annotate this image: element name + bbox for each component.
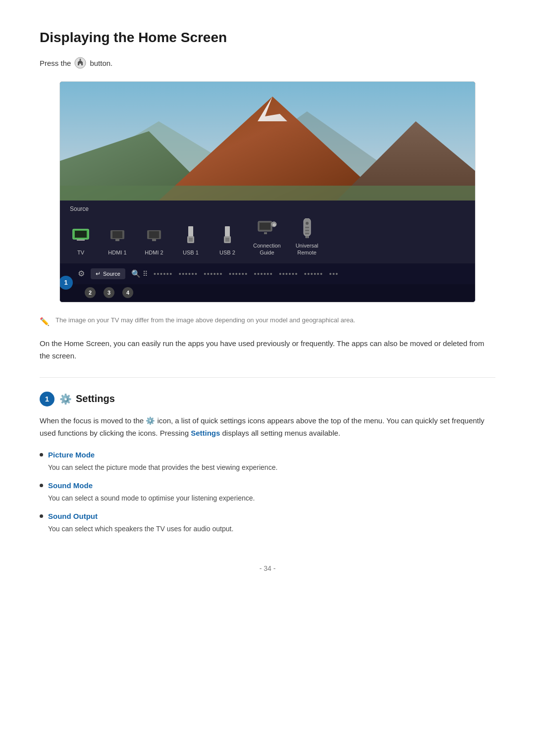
section-1-title-text: Settings [76,393,115,404]
svg-rect-32 [305,233,309,234]
nav-source-label: Source [103,271,120,277]
nav-item-dots-8: ●●● [329,271,338,276]
numbered-circles-row: 2 3 4 [60,284,475,302]
source-usb1-label: USB 1 [183,249,199,256]
source-item-tv[interactable]: TV [70,224,92,256]
sound-output-link[interactable]: Sound Output [48,512,98,520]
connection-icon: ⚙ [256,217,278,239]
tv-background [60,82,475,201]
nav-circle-4: 4 [122,287,133,298]
nav-item-dots-7: ●●●●●● [304,271,323,276]
section-divider [40,377,495,378]
bullet-dot-1 [40,453,43,456]
source-item-hdmi1[interactable]: HDMI 1 [107,224,128,256]
svg-point-33 [306,236,309,238]
source-hdmi2-label: HDMI 2 [145,249,163,256]
sound-mode-link[interactable]: Sound Mode [48,481,93,490]
universal-remote-icon [296,217,318,239]
nav-item-dots-2: ●●●●●● [178,271,198,276]
source-item-hdmi2[interactable]: HDMI 2 [143,224,165,256]
svg-rect-16 [152,239,156,241]
source-item-connection[interactable]: ⚙ ConnectionGuide [253,217,281,256]
press-instruction: Press the button. [40,56,495,69]
apps-icon: ⠿ [143,270,148,278]
bullet-dot-2 [40,484,43,487]
source-item-universal-remote[interactable]: UniversalRemote [296,217,319,256]
bullet-picture-mode: Picture Mode You can select the picture … [40,451,495,473]
svg-text:⚙: ⚙ [272,223,276,227]
section-body-text1: When the focus is moved to the [40,416,144,425]
page-number: - 34 - [40,564,495,572]
nav-item-dots-1: ●●●●●● [154,271,173,276]
settings-gear-icon: ⚙️ [59,393,72,405]
page-title: Displaying the Home Screen [40,30,495,46]
hdmi2-icon [143,224,165,246]
nav-circle-1: 1 [59,276,73,290]
source-connection-label: ConnectionGuide [253,242,281,256]
source-universal-label: UniversalRemote [296,242,319,256]
source-bar-label: Source [70,205,465,212]
usb1-icon [180,224,202,246]
section-1-header: 1 ⚙️ Settings [40,392,495,406]
main-paragraph: On the Home Screen, you can easily run t… [40,337,495,362]
home-icon [74,56,87,69]
sound-output-desc: You can select which speakers the TV use… [40,523,495,535]
section-1-title: ⚙️ Settings [59,393,115,405]
source-usb2-label: USB 2 [219,249,235,256]
svg-rect-14 [115,239,119,241]
source-tv-label: TV [77,249,84,256]
pencil-icon: ✏️ [40,317,50,326]
bullet-sound-output-title: Sound Output [40,512,495,520]
svg-rect-22 [225,238,229,242]
source-bar: Source TV HDMI 1 HDMI 2 [60,201,475,263]
section-1-number: 1 [40,392,54,406]
note-text: The image on your TV may differ from the… [55,316,355,324]
nav-item-dots-3: ●●●●●● [204,271,223,276]
bullet-sound-mode-title: Sound Mode [40,481,495,490]
svg-rect-24 [260,223,270,230]
svg-rect-30 [305,227,309,228]
usb2-icon [216,224,238,246]
nav-source-button[interactable]: ↵ Source [91,268,125,279]
nav-item-dots-6: ●●●●●● [279,271,298,276]
nav-circle-2: 2 [85,287,96,298]
svg-rect-11 [75,231,87,238]
sound-mode-desc: You can select a sound mode to optimise … [40,493,495,504]
search-icon: 🔍 [131,269,141,278]
picture-mode-link[interactable]: Picture Mode [48,451,95,459]
nav-item-dots-5: ●●●●●● [254,271,273,276]
bullet-dot-3 [40,514,43,518]
nav-item-dots-4: ●●●●●● [229,271,248,276]
nav-inner: ⚙ ↵ Source 🔍 ⠿ ●●●●●● ●●●●●● ●●●●●● ●●●●… [60,263,475,284]
nav-circle-3: 3 [104,287,114,298]
tv-icon [70,224,92,246]
note-box: ✏️ The image on your TV may differ from … [40,316,495,326]
bullet-sound-output: Sound Output You can select which speake… [40,512,495,535]
source-icon-small: ↵ [96,270,101,277]
hdmi1-icon [107,224,128,246]
svg-point-29 [306,222,309,225]
source-items-list: TV HDMI 1 HDMI 2 USB 1 [70,217,465,256]
picture-mode-desc: You can select the picture mode that pro… [40,462,495,473]
nav-settings-icon: ⚙ [78,269,85,278]
svg-rect-25 [264,232,267,234]
svg-point-1 [80,59,81,60]
svg-rect-19 [189,238,193,242]
bullet-sound-mode: Sound Mode You can select a sound mode t… [40,481,495,504]
source-hdmi1-label: HDMI 1 [108,249,126,256]
svg-rect-31 [305,230,309,231]
settings-link[interactable]: Settings [191,429,220,437]
svg-rect-9 [60,186,475,201]
tv-screen-illustration: Source TV HDMI 1 HDMI 2 [59,81,476,302]
tv-nav-bar: 1 ⚙ ↵ Source 🔍 ⠿ ●●●●●● ●●●●●● ●●●●●● ●●… [60,263,475,302]
section-body-text3: displays all setting menus available. [222,429,340,437]
section-1-body: When the focus is moved to the ⚙️ icon, … [40,414,495,440]
nav-search[interactable]: 🔍 ⠿ [131,269,148,278]
source-item-usb1[interactable]: USB 1 [180,224,202,256]
settings-inline-icon: ⚙️ [146,416,157,425]
bullet-picture-mode-title: Picture Mode [40,451,495,459]
source-item-usb2[interactable]: USB 2 [216,224,238,256]
